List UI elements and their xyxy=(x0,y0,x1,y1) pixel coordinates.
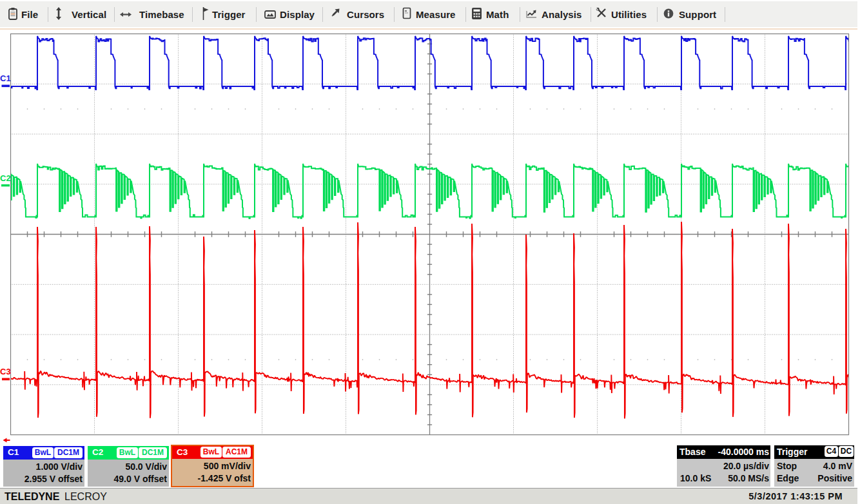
svg-text:C2: C2 xyxy=(0,173,11,183)
svg-text:C3: C3 xyxy=(0,367,11,376)
svg-text:C1: C1 xyxy=(0,73,11,83)
